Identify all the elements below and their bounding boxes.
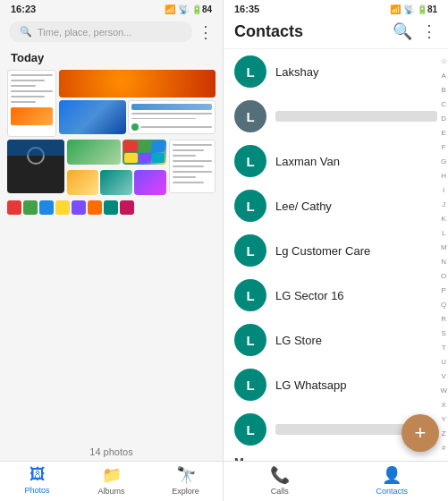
search-bar[interactable]: 🔍 Time, place, person... [9,21,192,42]
plus-icon: + [415,421,427,445]
calls-nav-icon: 📞 [270,465,290,485]
alpha-e[interactable]: E [440,129,447,138]
photo-cell-dark[interactable] [7,140,64,193]
alpha-h[interactable]: H [440,172,447,181]
photos-nav-icon: 🖼 [30,465,46,484]
photo-cell-orange[interactable] [59,70,216,98]
contacts-header-icons: 🔍 ⋮ [393,21,437,41]
alpha-y[interactable]: Y [440,415,447,424]
grid-row-3 [7,200,216,215]
contacts-title: Contacts [234,22,303,41]
alpha-x[interactable]: X [440,401,447,410]
contact-name-lg-customer: Lg Customer Care [275,244,437,258]
alpha-n[interactable]: N [440,258,447,267]
alpha-o[interactable]: O [440,272,447,281]
contact-name-lakshay: Lakshay [275,65,437,79]
photo-cell-doc2[interactable] [128,100,216,134]
search-icon: 🔍 [20,26,32,38]
nav-photos[interactable]: 🖼 Photos [0,465,74,496]
add-contact-fab[interactable]: + [402,414,439,452]
small-icon-8 [120,200,134,215]
contact-item-lg-store[interactable]: L LG Store [224,318,448,362]
alpha-v[interactable]: V [440,372,447,381]
contact-name-lg-whatsapp: LG Whatsapp [275,378,437,392]
section-m: M [224,452,448,461]
alpha-hash[interactable]: # [440,444,447,453]
photo-cell-doc3[interactable] [169,140,216,193]
photo-cell-doc1[interactable] [7,70,56,137]
alpha-w[interactable]: W [440,386,447,395]
alpha-a[interactable]: A [440,72,447,81]
alpha-s[interactable]: S [440,329,447,338]
alpha-l[interactable]: L [440,229,447,238]
contact-item-lakshay[interactable]: L Lakshay [224,49,448,94]
today-section-label: Today [0,47,223,70]
contact-item-lg-sector[interactable]: L LG Sector 16 [224,273,448,318]
alpha-g[interactable]: G [440,157,447,166]
contact-item-lg-customer[interactable]: L Lg Customer Care [224,228,448,273]
grid-row-1 [7,70,216,137]
alpha-d[interactable]: D [440,115,447,123]
left-panel: 16:23 📶 📡 🔋84 🔍 Time, place, person... ⋮… [0,0,224,501]
photo-cell-teal[interactable] [100,170,132,195]
avatar-lg-customer: L [234,234,266,267]
alpha-c[interactable]: C [440,100,447,109]
nav-albums[interactable]: 📁 Albums [74,465,148,496]
contact-item-lee-cathy[interactable]: L Lee/ Cathy [224,183,448,228]
grid-row-1b [59,100,216,134]
alpha-z[interactable]: Z [440,429,447,438]
photo-cell-apps[interactable] [123,140,166,165]
avatar-blurred-2: L [234,413,266,446]
more-options-button[interactable]: ⋮ [198,22,214,42]
contact-item-laxman[interactable]: L Laxman Van [224,139,448,183]
photo-cell-yellow[interactable] [67,170,99,195]
contact-name-lg-store: LG Store [275,334,437,347]
alphabet-index: ☆ A B C D E F G H I J K L M N O P Q R S … [440,54,447,456]
alpha-i[interactable]: I [440,186,447,195]
photo-cell-green[interactable] [67,140,122,165]
search-bar-container: 🔍 Time, place, person... ⋮ [0,16,223,47]
small-icon-4 [55,200,70,215]
battery-icon-left: 🔋84 [191,4,212,14]
albums-nav-icon: 📁 [102,465,122,485]
avatar-lg-store: L [234,324,266,356]
avatar-lee-cathy: L [234,190,266,222]
alpha-b[interactable]: B [440,86,447,95]
status-icons-right: 📶 📡 🔋81 [390,4,437,14]
time-left: 16:23 [11,4,36,14]
battery-icon-right: 🔋81 [417,4,437,14]
avatar-lg-sector: L [234,279,266,311]
nav-explore[interactable]: 🔭 Explore [148,465,223,496]
bottom-nav-left: 🖼 Photos 📁 Albums 🔭 Explore [0,461,223,501]
photo-cell-purple[interactable] [134,170,166,195]
small-icon-3 [39,200,54,215]
contacts-list: L Lakshay L L Laxman Van L Lee/ Cathy L … [224,49,448,461]
more-contacts-button[interactable]: ⋮ [421,21,437,41]
nav-calls[interactable]: 📞 Calls [224,465,336,496]
photo-cell-blue1[interactable] [59,100,126,134]
avatar-blurred-1: L [234,100,266,132]
explore-nav-icon: 🔭 [176,465,196,485]
alpha-j[interactable]: J [440,200,447,209]
time-right: 16:35 [234,4,259,14]
alpha-u[interactable]: U [440,358,447,367]
alpha-k[interactable]: K [440,215,447,224]
alpha-p[interactable]: P [440,286,447,295]
alpha-star[interactable]: ☆ [440,57,447,66]
nav-contacts[interactable]: 👤 Contacts [336,465,449,496]
photos-nav-label: Photos [24,486,49,495]
alpha-m[interactable]: M [440,243,447,252]
albums-nav-label: Albums [97,487,124,496]
search-contacts-button[interactable]: 🔍 [393,21,412,41]
alpha-t[interactable]: T [440,344,447,352]
alpha-f[interactable]: F [440,143,447,152]
contact-item-blurred-1[interactable]: L [224,94,448,139]
signal-icon-right: 📶 [390,4,401,14]
contact-item-lg-whatsapp[interactable]: L LG Whatsapp [224,362,448,407]
search-placeholder: Time, place, person... [38,27,131,38]
alpha-q[interactable]: Q [440,301,447,310]
small-icon-5 [72,200,86,215]
contacts-nav-icon: 👤 [382,465,402,485]
contact-name-blurred-1 [275,111,437,122]
alpha-r[interactable]: R [440,315,447,324]
